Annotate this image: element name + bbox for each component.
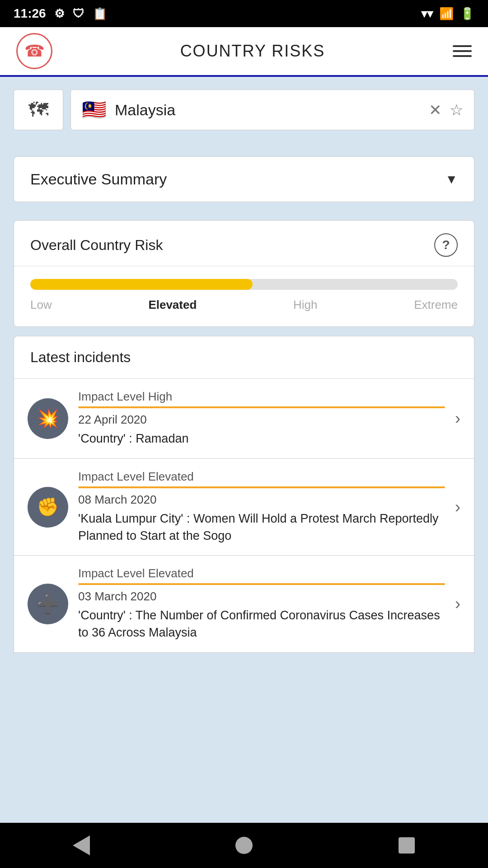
risk-label-low: Low	[30, 298, 52, 312]
executive-summary-title: Executive Summary	[30, 170, 167, 188]
help-icon: ?	[442, 238, 450, 252]
incident-item-1[interactable]: 💥 Impact Level High 22 April 2020 'Count…	[14, 379, 474, 459]
country-field[interactable]: 🇲🇾 Malaysia ✕ ☆	[70, 90, 474, 130]
incident-desc-3: 'Country' : The Number of Confirmed Coro…	[78, 607, 445, 642]
country-flag: 🇲🇾	[82, 98, 107, 122]
incident-arrow-3: ›	[455, 594, 460, 613]
incident-item-2[interactable]: ✊ Impact Level Elevated 08 March 2020 'K…	[14, 459, 474, 556]
protest-icon: ✊	[37, 496, 59, 518]
battery-icon: 🔋	[460, 7, 474, 21]
map-button[interactable]: 🗺	[14, 90, 63, 130]
incident-arrow-2: ›	[455, 498, 460, 517]
incident-level-bar-2	[78, 486, 445, 488]
risk-title: Overall Country Risk	[30, 237, 163, 254]
executive-summary-header[interactable]: Executive Summary ▼	[14, 157, 474, 202]
incident-date-1: 22 April 2020	[78, 413, 445, 427]
incidents-header: Latest incidents	[14, 336, 474, 379]
risk-label-elevated: Elevated	[148, 298, 197, 312]
explosion-icon: 💥	[37, 408, 59, 429]
risk-bar-track	[30, 279, 458, 290]
gear-icon: ⚙	[54, 7, 65, 21]
recents-icon	[399, 837, 415, 854]
incident-icon-1: 💥	[28, 398, 68, 439]
overall-risk-card: Overall Country Risk ? Low Elevated High…	[14, 220, 474, 327]
incident-level-2: Impact Level Elevated	[78, 470, 445, 484]
risk-bar-fill	[30, 279, 253, 290]
help-button[interactable]: ?	[434, 233, 458, 257]
incident-desc-2: 'Kuala Lumpur City' : Women Will Hold a …	[78, 510, 445, 545]
incident-level-bar-1	[78, 406, 445, 408]
clipboard-icon: 📋	[93, 7, 107, 21]
clear-country-button[interactable]: ✕	[429, 101, 441, 119]
phone-icon: ☎	[24, 42, 45, 61]
incident-arrow-1: ›	[455, 409, 460, 428]
page-title: COUNTRY RISKS	[180, 42, 325, 61]
favorite-button[interactable]: ☆	[450, 101, 463, 119]
search-area: 🗺 🇲🇾 Malaysia ✕ ☆	[0, 77, 488, 138]
incident-content-1: Impact Level High 22 April 2020 'Country…	[78, 390, 445, 448]
incident-item-3[interactable]: ➕ Impact Level Elevated 03 March 2020 'C…	[14, 556, 474, 653]
app-logo[interactable]: ☎	[16, 33, 52, 69]
risk-label-high: High	[293, 298, 317, 312]
back-icon	[73, 835, 90, 855]
top-bar: ☎ COUNTRY RISKS	[0, 27, 488, 77]
signal-icon: 📶	[439, 7, 454, 21]
incident-icon-2: ✊	[28, 487, 68, 528]
risk-bar-area: Low Elevated High Extreme	[14, 266, 474, 326]
incident-level-3: Impact Level Elevated	[78, 566, 445, 580]
risk-header: Overall Country Risk ?	[14, 221, 474, 266]
recents-button[interactable]	[391, 830, 422, 861]
medical-icon: ➕	[37, 594, 59, 615]
incidents-title: Latest incidents	[30, 349, 131, 365]
wifi-icon: ▾▾	[421, 7, 433, 21]
status-bar: 11:26 ⚙ 🛡 📋 ▾▾ 📶 🔋	[0, 0, 488, 27]
home-button[interactable]	[228, 830, 260, 861]
executive-summary-card: Executive Summary ▼	[14, 156, 474, 202]
incident-date-3: 03 March 2020	[78, 590, 445, 604]
incident-content-3: Impact Level Elevated 03 March 2020 'Cou…	[78, 566, 445, 642]
incident-desc-1: 'Country' : Ramadan	[78, 430, 445, 448]
incident-content-2: Impact Level Elevated 08 March 2020 'Kua…	[78, 470, 445, 545]
status-time: 11:26	[14, 6, 46, 21]
home-icon	[235, 837, 253, 854]
shield-icon: 🛡	[73, 7, 84, 21]
bottom-nav	[0, 823, 488, 868]
map-pin-icon: 🗺	[28, 99, 48, 121]
risk-labels: Low Elevated High Extreme	[30, 298, 458, 312]
menu-button[interactable]	[453, 45, 472, 57]
incident-level-bar-3	[78, 583, 445, 585]
incident-icon-3: ➕	[28, 584, 68, 624]
risk-label-extreme: Extreme	[414, 298, 458, 312]
back-button[interactable]	[66, 830, 97, 861]
incident-level-1: Impact Level High	[78, 390, 445, 404]
chevron-down-icon: ▼	[445, 172, 458, 187]
country-name: Malaysia	[115, 101, 421, 119]
incident-date-2: 08 March 2020	[78, 493, 445, 507]
